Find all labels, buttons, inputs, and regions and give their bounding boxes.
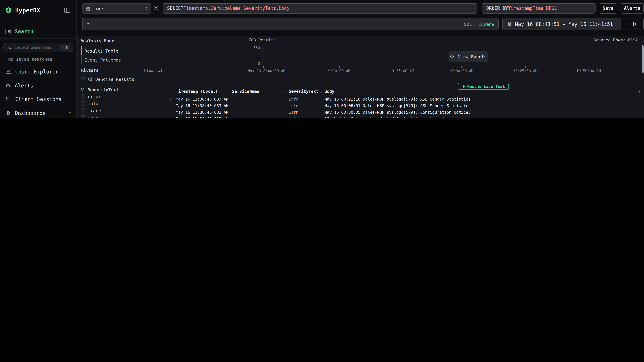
lang-sql[interactable]: SQL: [464, 21, 472, 26]
select-token: SELECT: [167, 6, 184, 11]
filter-option-trace[interactable]: trace: [81, 108, 101, 113]
source-settings-gear-icon[interactable]: [153, 5, 159, 11]
row-timestamp: May 16 11:38:40.683 AM: [176, 96, 228, 103]
column-header-timestamp[interactable]: Timestamp (Local): [176, 89, 218, 94]
source-select[interactable]: Logs: [82, 3, 151, 13]
time-range-value: May 16 08:41:51 - May 16 11:41:51: [515, 21, 613, 27]
no-saved-searches-text: No saved searches: [8, 56, 52, 61]
row-timestamp: May 16 11:38:40.683 AM: [176, 109, 228, 116]
row-timestamp: May 16 11:38:40.683 AM: [176, 116, 228, 118]
table-row[interactable]: › May 16 11:38:40.683 AM info May 16 00:…: [169, 103, 644, 109]
search-icon: [8, 45, 12, 49]
select-token: ,: [240, 6, 243, 11]
query-value: *: [87, 21, 90, 27]
hyperdx-app: HyperDX Search ⌃ Saved Searches ⌘ K No s…: [0, 0, 644, 118]
denoise-label: Denoise Results: [95, 77, 134, 82]
x-axis-tick-mark: [525, 66, 526, 68]
x-axis-tick-label: 10:25:00 AM: [513, 69, 538, 73]
x-axis-tick-mark: [461, 66, 462, 68]
filter-option-info[interactable]: info: [81, 101, 98, 106]
mode-results-table[interactable]: Results Table: [81, 46, 165, 55]
shortcut-badge: ⌘ K: [60, 44, 70, 50]
x-axis-tick-mark: [339, 66, 340, 68]
column-header-servicename[interactable]: ServiceName: [232, 89, 259, 94]
table-row[interactable]: › May 16 11:38:40.683 AM warn May 16 00:…: [169, 109, 644, 116]
topbar: Logs SELECT Timestamp, ServiceName, Seve…: [77, 0, 644, 36]
denoise-results-option[interactable]: Denoise Results: [81, 77, 134, 82]
row-expand-icon[interactable]: ›: [170, 109, 172, 116]
sidebar-item-label: Search: [15, 28, 33, 34]
column-resize-handle-icon[interactable]: ⋮: [320, 89, 323, 93]
row-timestamp: May 16 11:38:40.683 AM: [176, 103, 228, 109]
resume-live-tail-button[interactable]: Resume Live Tail: [458, 83, 509, 90]
column-resize-handle-icon[interactable]: ⋮: [284, 89, 288, 93]
lightning-bolt-icon: [462, 84, 465, 88]
checkbox-unchecked[interactable]: [81, 108, 85, 112]
sidebar-item-alerts[interactable]: Alerts: [5, 82, 71, 89]
select-token: ,: [208, 6, 211, 11]
search-query-input[interactable]: * SQL|Lucene: [82, 18, 498, 30]
lang-lucene[interactable]: Lucene: [478, 21, 494, 26]
run-query-button[interactable]: [626, 18, 644, 30]
sidebar-item-search[interactable]: Search ⌃: [5, 28, 71, 34]
y-axis-tick-0: 0: [251, 61, 260, 66]
view-events-button[interactable]: View Events: [448, 51, 488, 62]
sidebar-item-label: Dashboards: [15, 110, 46, 116]
filter-option-error[interactable]: error: [81, 94, 101, 99]
saved-searches-placeholder: Saved Searches: [15, 45, 57, 50]
x-axis-tick-mark: [263, 66, 264, 68]
bell-icon: [5, 83, 11, 88]
chevron-up-icon: ⌃: [69, 29, 71, 33]
save-button[interactable]: Save: [599, 3, 617, 13]
row-body: May 16 00:30:05 Dales-MBP syslogd[579]: …: [324, 109, 470, 116]
lang-separator: |: [472, 21, 478, 26]
checkbox-unchecked[interactable]: [81, 101, 85, 105]
row-body: May 16 00:21:16 Dales-MBP syslogd[579]: …: [324, 96, 470, 103]
sidebar-item-dashboards[interactable]: Dashboards ⌃: [5, 110, 71, 116]
table-row[interactable]: › May 16 11:38:40.683 AM info ASL Module…: [169, 116, 644, 118]
content-area: Analysis Mode Results Table Event Patter…: [77, 36, 644, 118]
sidebar-item-label: Alerts: [15, 82, 33, 89]
column-resize-handle-icon[interactable]: ⋮: [227, 89, 231, 93]
order-by-input[interactable]: ORDER BY TimestampTime DESC: [482, 3, 596, 13]
search-icon: [450, 54, 455, 59]
row-expand-icon[interactable]: ›: [170, 96, 172, 103]
table-options-icon[interactable]: ⋮: [638, 89, 642, 94]
filters-panel: Analysis Mode Results Table Event Patter…: [77, 36, 169, 118]
time-range-picker[interactable]: May 16 08:41:51 - May 16 11:41:51: [502, 18, 622, 30]
column-header-body[interactable]: Body: [324, 89, 334, 94]
mode-event-patterns[interactable]: Event Patterns: [81, 55, 165, 64]
table-row[interactable]: › May 16 11:38:40.683 AM info May 16 00:…: [169, 96, 644, 103]
search-icon[interactable]: [81, 87, 85, 92]
sidebar-item-chart-explorer[interactable]: Chart Explorer: [5, 68, 71, 75]
logs-source-icon: [86, 6, 90, 11]
app-title: HyperDX: [15, 7, 40, 13]
select-clause-input[interactable]: SELECT Timestamp, ServiceName, SeverityT…: [162, 3, 477, 13]
sidebar-item-client-sessions[interactable]: Client Sessions: [5, 96, 71, 102]
checkbox-unchecked[interactable]: [81, 94, 85, 98]
row-expand-icon[interactable]: ›: [170, 116, 172, 118]
alerts-button[interactable]: Alerts: [621, 3, 644, 13]
sidebar-collapse-icon[interactable]: [64, 7, 70, 13]
results-histogram[interactable]: 360 0 May 16 8:40:00 AM9:10:00 AM9:35:00…: [169, 36, 644, 73]
row-expand-icon[interactable]: ›: [170, 103, 172, 109]
select-token: Timestamp: [184, 6, 208, 11]
language-toggle[interactable]: SQL|Lucene: [464, 21, 494, 26]
saved-searches-input[interactable]: Saved Searches ⌘ K: [3, 43, 73, 52]
sidebar-item-label: Chart Explorer: [15, 68, 58, 75]
x-axis-tick-label: May 16 8:40:00 AM: [248, 69, 286, 73]
row-severity: warn: [289, 109, 298, 116]
laptop-icon: [5, 96, 11, 102]
x-axis-tick-label: 9:35:00 AM: [392, 69, 414, 73]
filter-option-label: error: [88, 94, 101, 99]
play-icon: [633, 22, 636, 26]
clear-all-link[interactable]: Clear all: [144, 68, 165, 73]
vertical-scrollbar[interactable]: [642, 45, 644, 73]
filter-option-warn[interactable]: warn: [81, 115, 98, 118]
checkbox-unchecked[interactable]: [81, 115, 85, 118]
x-axis-tick-label: 9:10:00 AM: [328, 69, 350, 73]
checkbox-unchecked[interactable]: [81, 77, 85, 81]
row-severity: info: [289, 96, 298, 103]
column-header-severitytext[interactable]: SeverityText: [289, 89, 318, 94]
analysis-mode-title: Analysis Mode: [80, 38, 114, 43]
